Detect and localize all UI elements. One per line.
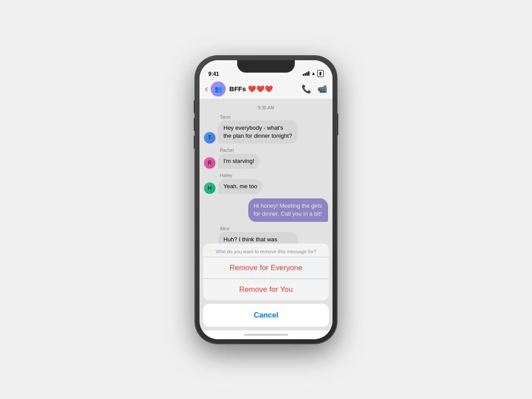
signal-icon <box>303 71 309 76</box>
notch <box>237 60 295 73</box>
home-bar <box>244 334 288 336</box>
group-avatar: 👥 <box>211 81 226 97</box>
phone-frame: 9:41 ▲ ▮ ‹ 👥 BFFs ❤️❤️❤️ 📞 📹 <box>195 56 337 344</box>
action-sheet-cancel: Cancel <box>203 304 329 327</box>
remove-everyone-button[interactable]: Remove for Everyone <box>203 257 329 279</box>
battery-icon: ▮ <box>317 70 324 77</box>
home-indicator <box>200 330 332 339</box>
status-time: 9:41 <box>208 71 219 77</box>
back-button[interactable]: ‹ <box>205 84 208 94</box>
chat-area: 9:30 AM Tanni T Hey everybody - what's t… <box>200 99 332 339</box>
action-sheet-main: Who do you want to remove this message f… <box>203 244 329 300</box>
chat-title: BFFs ❤️❤️❤️ <box>229 85 301 93</box>
action-sheet: Who do you want to remove this message f… <box>203 244 329 327</box>
cancel-button[interactable]: Cancel <box>203 304 329 327</box>
video-call-icon[interactable]: 📹 <box>317 84 327 94</box>
remove-you-button[interactable]: Remove for You <box>203 279 329 300</box>
phone-screen: 9:41 ▲ ▮ ‹ 👥 BFFs ❤️❤️❤️ 📞 📹 <box>200 60 332 339</box>
action-sheet-title: Who do you want to remove this message f… <box>203 244 329 257</box>
phone-call-icon[interactable]: 📞 <box>301 84 311 94</box>
wifi-icon: ▲ <box>311 71 316 76</box>
modal-overlay: Who do you want to remove this message f… <box>200 99 332 339</box>
nav-bar: ‹ 👥 BFFs ❤️❤️❤️ 📞 📹 <box>200 80 332 99</box>
status-icons: ▲ ▮ <box>303 70 324 77</box>
nav-actions: 📞 📹 <box>301 84 327 94</box>
